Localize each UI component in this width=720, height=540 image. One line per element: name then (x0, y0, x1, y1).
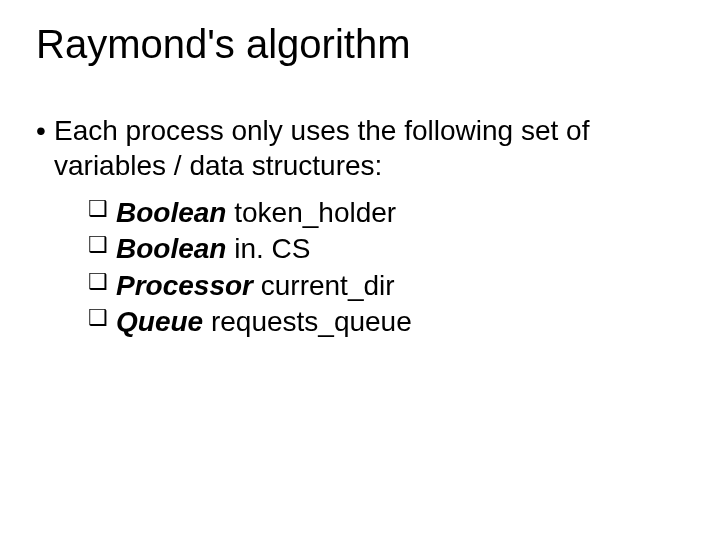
var-type: Boolean (116, 233, 226, 264)
list-item: Processor current_dir (88, 268, 684, 304)
list-item: Boolean token_holder (88, 195, 684, 231)
list-item: Queue requests_queue (88, 304, 684, 340)
var-name: requests_queue (211, 306, 412, 337)
slide-title: Raymond's algorithm (36, 22, 684, 67)
var-name: current_dir (261, 270, 395, 301)
var-type: Processor (116, 270, 253, 301)
intro-bullet: Each process only uses the following set… (36, 113, 684, 183)
list-item: Boolean in. CS (88, 231, 684, 267)
var-type: Queue (116, 306, 203, 337)
variable-list: Boolean token_holder Boolean in. CS Proc… (36, 195, 684, 341)
var-name: in. CS (234, 233, 310, 264)
var-name: token_holder (234, 197, 396, 228)
slide: Raymond's algorithm Each process only us… (0, 0, 720, 540)
var-type: Boolean (116, 197, 226, 228)
